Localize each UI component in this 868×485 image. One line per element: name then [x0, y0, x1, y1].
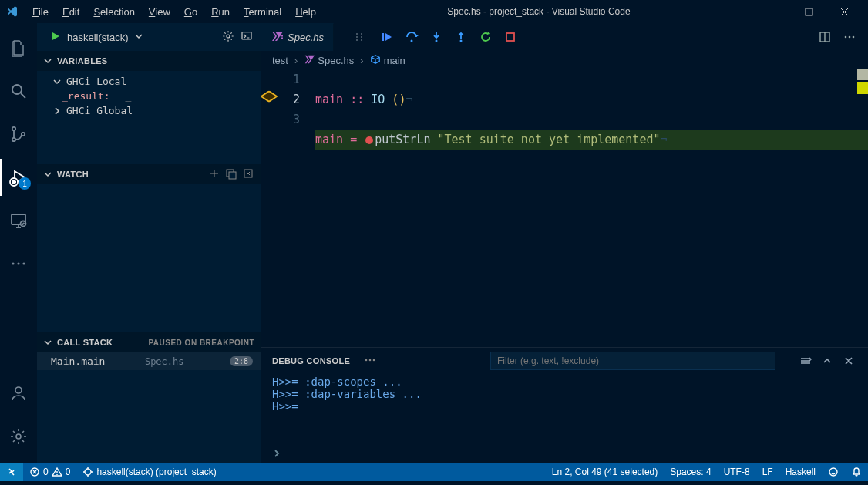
- callstack-frame[interactable]: Main.main Spec.hs 2:8: [37, 352, 261, 370]
- watch-remove-button[interactable]: [242, 167, 254, 181]
- activity-search[interactable]: [0, 72, 37, 109]
- activity-explorer[interactable]: [0, 29, 37, 66]
- status-remote[interactable]: [0, 463, 23, 481]
- activity-account[interactable]: [0, 375, 37, 412]
- maximize-button[interactable]: [791, 0, 826, 23]
- status-errors[interactable]: 0 0: [23, 463, 76, 481]
- status-bar: 0 0 haskell(stack) (project_stack) Ln 2,…: [0, 463, 868, 481]
- variables-scope-global[interactable]: GHCi Global: [37, 103, 261, 118]
- debug-config-name: haskell(stack): [67, 32, 128, 43]
- variables-scope-local[interactable]: GHCi Local: [37, 74, 261, 89]
- svg-point-36: [373, 359, 375, 361]
- debug-step-into-button[interactable]: [425, 25, 448, 49]
- menu-go[interactable]: Go: [178, 3, 204, 21]
- svg-point-12: [15, 387, 22, 393]
- menu-terminal[interactable]: Terminal: [237, 3, 288, 21]
- svg-point-20: [356, 36, 358, 38]
- split-editor-button[interactable]: [814, 26, 836, 48]
- svg-rect-17: [229, 172, 236, 179]
- svg-point-24: [361, 39, 362, 41]
- svg-point-4: [12, 138, 15, 141]
- debug-step-out-button[interactable]: [449, 25, 473, 49]
- minimize-button[interactable]: [755, 0, 791, 23]
- debug-config-row: haskell(stack): [37, 23, 261, 51]
- menu-help[interactable]: Help: [289, 3, 322, 21]
- chevron-right-icon: ›: [294, 55, 298, 66]
- watch-add-button[interactable]: [208, 167, 220, 181]
- callstack-title: CALL STACK: [57, 338, 113, 347]
- variables-header[interactable]: VARIABLES: [37, 51, 261, 71]
- svg-point-10: [17, 262, 19, 264]
- menu-bar: File Edit Selection View Go Run Terminal…: [26, 3, 322, 21]
- activity-remote[interactable]: [0, 202, 37, 239]
- menu-file[interactable]: File: [26, 3, 55, 21]
- breadcrumb-file[interactable]: Spec.hs: [304, 54, 354, 67]
- chevron-down-icon: [134, 32, 143, 43]
- panel-filter-input[interactable]: [490, 352, 775, 370]
- watch-collapse-button[interactable]: [225, 167, 237, 181]
- menu-run[interactable]: Run: [205, 3, 236, 21]
- status-encoding[interactable]: UTF-8: [718, 466, 756, 477]
- status-debug-target[interactable]: haskell(stack) (project_stack): [76, 463, 222, 481]
- debug-toolbar[interactable]: [348, 25, 522, 49]
- activity-source-control[interactable]: [0, 116, 37, 153]
- debug-console-toggle[interactable]: [241, 30, 253, 45]
- chevron-down-icon: [52, 77, 62, 86]
- menu-view[interactable]: View: [143, 3, 177, 21]
- variable-row[interactable]: _result: _: [37, 89, 261, 103]
- debug-console-output[interactable]: H>>= :dap-scopes ... H>>= :dap-variables…: [261, 374, 868, 444]
- title-bar: File Edit Selection View Go Run Terminal…: [0, 0, 868, 23]
- debug-step-over-button[interactable]: [400, 25, 423, 49]
- panel-more-button[interactable]: [364, 354, 376, 369]
- activity-debug[interactable]: 1: [0, 159, 37, 196]
- status-notifications[interactable]: [845, 466, 868, 477]
- panel-collapse-button[interactable]: [819, 352, 836, 369]
- variables-title: VARIABLES: [57, 56, 107, 66]
- code-content[interactable]: main :: IO ()¬ main = putStrLn "Test sui…: [306, 69, 868, 347]
- chevron-right-icon: ›: [360, 55, 363, 66]
- scope-label: GHCi Global: [66, 105, 133, 116]
- panel-tab-debug-console[interactable]: Debug Console: [272, 353, 350, 369]
- status-feedback[interactable]: [822, 466, 845, 477]
- menu-edit[interactable]: Edit: [56, 3, 86, 21]
- svg-point-35: [369, 359, 372, 361]
- activity-more[interactable]: [0, 245, 37, 282]
- debug-console-input[interactable]: [261, 444, 868, 463]
- svg-point-31: [845, 36, 847, 39]
- svg-point-19: [356, 33, 358, 35]
- svg-rect-1: [806, 8, 812, 15]
- status-eol[interactable]: LF: [756, 466, 779, 477]
- close-button[interactable]: [826, 0, 862, 23]
- window-controls: [755, 0, 862, 23]
- debug-config-selector[interactable]: haskell(stack): [45, 29, 216, 46]
- debug-restart-button[interactable]: [474, 25, 497, 49]
- debug-config-gear[interactable]: [222, 30, 234, 45]
- svg-rect-29: [506, 33, 514, 41]
- menu-selection[interactable]: Selection: [87, 3, 140, 21]
- current-line-marker-icon: [260, 90, 278, 103]
- window-title: Spec.hs - project_stack - Visual Studio …: [322, 6, 755, 17]
- status-spaces[interactable]: Spaces: 4: [664, 466, 717, 477]
- svg-point-33: [853, 36, 855, 39]
- editor-body[interactable]: 1 2 3 main :: IO ()¬ main = putStrLn "Te…: [261, 69, 868, 347]
- debug-grip-icon[interactable]: [348, 25, 371, 49]
- panel-close-button[interactable]: [840, 352, 857, 369]
- status-language[interactable]: Haskell: [779, 466, 822, 477]
- editor-area: Spec.hs test › Spec.hs ›: [261, 23, 868, 463]
- callstack-header[interactable]: CALL STACK PAUSED ON BREAKPOINT: [37, 332, 261, 352]
- bottom-panel: Debug Console H>>= :dap-scopes ... H>>= …: [261, 347, 868, 463]
- tabs-row: Spec.hs: [261, 23, 868, 51]
- breadcrumb-folder[interactable]: test: [272, 55, 288, 66]
- breakpoint-icon[interactable]: [365, 136, 373, 144]
- minimap[interactable]: [857, 69, 868, 116]
- activity-settings[interactable]: [0, 418, 37, 455]
- editor-tab[interactable]: Spec.hs: [261, 23, 334, 51]
- debug-continue-button[interactable]: [375, 25, 399, 49]
- editor-more-button[interactable]: [839, 26, 860, 48]
- watch-header[interactable]: WATCH: [37, 164, 261, 184]
- status-cursor[interactable]: Ln 2, Col 49 (41 selected): [546, 466, 664, 477]
- breadcrumb-symbol[interactable]: main: [370, 54, 405, 67]
- debug-stop-button[interactable]: [499, 25, 522, 49]
- chevron-down-icon: [43, 338, 52, 347]
- panel-clear-button[interactable]: [797, 352, 814, 369]
